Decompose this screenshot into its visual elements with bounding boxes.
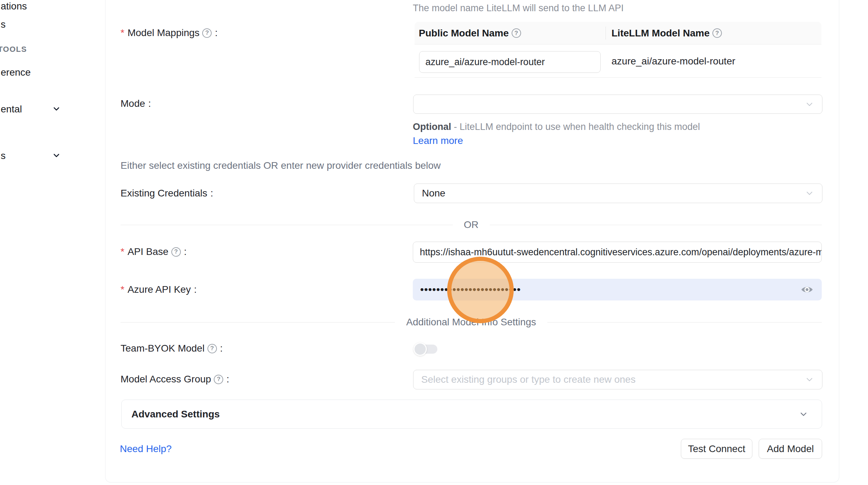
public-model-name-input[interactable]: azure_ai/azure-model-router — [419, 51, 601, 73]
learn-more-link[interactable]: Learn more — [413, 135, 463, 146]
existing-credentials-label: Existing Credentials : — [121, 186, 213, 200]
add-model-button[interactable]: Add Model — [759, 439, 822, 459]
chevron-down-icon — [799, 409, 808, 419]
model-mappings-table: Public Model Name ? LiteLLM Model Name ?… — [415, 22, 821, 78]
divider-text: OR — [464, 219, 479, 230]
model-name-helper-text: The model name LiteLLM will send to the … — [413, 3, 624, 14]
mode-select[interactable] — [413, 95, 822, 114]
sidebar-section-label: TOOLS — [0, 45, 27, 54]
model-access-group-label: Model Access Group ? : — [121, 372, 229, 386]
divider-line — [490, 225, 822, 225]
sidebar-item-users[interactable]: s — [1, 18, 6, 31]
required-asterisk: * — [121, 284, 124, 295]
azure-api-key-input[interactable]: ••••••••••••••••••••••••• — [413, 279, 822, 300]
sidebar-item-settings[interactable]: s — [1, 150, 6, 162]
required-asterisk: * — [121, 27, 124, 39]
colon: : — [210, 188, 213, 199]
required-asterisk: * — [121, 246, 124, 257]
help-question-icon[interactable]: ? — [712, 28, 722, 38]
colon: : — [148, 98, 151, 109]
column-header-label: Public Model Name — [419, 28, 509, 39]
helper-rest: - LiteLLM endpoint to use when health ch… — [454, 122, 700, 132]
chevron-down-icon — [805, 375, 814, 384]
divider-line — [547, 322, 822, 323]
team-byok-toggle[interactable] — [414, 345, 437, 354]
colon: : — [215, 27, 218, 39]
advanced-settings-label: Advanced Settings — [131, 409, 220, 420]
eye-icon[interactable] — [801, 285, 813, 295]
column-header-label: LiteLLM Model Name — [611, 28, 710, 39]
sidebar-item-label: s — [1, 19, 6, 30]
sidebar-item-label: ations — [1, 1, 27, 12]
chevron-down-icon[interactable] — [52, 104, 61, 113]
help-question-icon[interactable]: ? — [202, 28, 212, 38]
label-text: Team-BYOK Model — [121, 343, 205, 354]
column-header-public-model-name: Public Model Name ? — [419, 22, 521, 44]
chevron-down-icon — [805, 188, 814, 198]
colon: : — [220, 343, 223, 354]
existing-credentials-select[interactable]: None — [414, 183, 822, 203]
label-text: Existing Credentials — [121, 188, 207, 199]
colon: : — [226, 374, 229, 385]
column-header-litellm-model-name: LiteLLM Model Name ? — [611, 22, 722, 44]
divider-line — [121, 322, 395, 323]
toggle-knob — [414, 342, 427, 356]
label-text: Mode — [121, 98, 145, 109]
additional-settings-divider: Additional Model Info Settings — [121, 315, 822, 329]
link-word: more — [440, 135, 463, 146]
cell-value: azure_ai/azure-model-router — [611, 56, 735, 67]
api-base-label: * API Base ? : — [121, 245, 186, 259]
help-question-icon[interactable]: ? — [207, 344, 217, 353]
sidebar-section-tools: TOOLS — [0, 44, 27, 55]
azure-api-key-label: * Azure API Key : — [121, 283, 197, 297]
help-question-icon[interactable]: ? — [512, 28, 521, 38]
credentials-helper-text: Either select existing credentials OR en… — [121, 160, 441, 171]
input-value: https://ishaa-mh6uutut-swedencentral.cog… — [413, 247, 822, 258]
api-base-input[interactable]: https://ishaa-mh6uutut-swedencentral.cog… — [413, 242, 822, 263]
chevron-down-icon[interactable] — [52, 151, 61, 160]
divider-line — [121, 225, 453, 225]
sidebar-item-experimental[interactable]: ental — [1, 103, 22, 116]
sidebar-item-api-reference[interactable]: erence — [1, 66, 31, 79]
select-placeholder: Select existing groups or type to create… — [414, 374, 636, 385]
mode-helper-text: Optional - LiteLLM endpoint to use when … — [413, 120, 711, 148]
label-text: Model Access Group — [121, 374, 211, 385]
helper-bold: Optional — [413, 122, 451, 132]
sidebar-item-organizations[interactable]: ations — [1, 0, 27, 13]
label-text: Model Mappings — [128, 27, 199, 39]
label-text: API Base — [128, 246, 169, 257]
table-row: azure_ai/azure-model-router azure_ai/azu… — [415, 44, 821, 78]
team-byok-label: Team-BYOK Model ? : — [121, 341, 223, 355]
sidebar-item-label: erence — [1, 67, 31, 78]
column-separator — [606, 27, 606, 40]
help-question-icon[interactable]: ? — [214, 375, 223, 384]
model-access-group-select[interactable]: Select existing groups or type to create… — [413, 370, 822, 389]
colon: : — [184, 246, 187, 257]
test-connect-button[interactable]: Test Connect — [681, 439, 752, 459]
advanced-settings-panel[interactable]: Advanced Settings — [121, 400, 822, 429]
table-header: Public Model Name ? LiteLLM Model Name ? — [415, 22, 821, 44]
divider-text: Additional Model Info Settings — [406, 317, 536, 328]
litellm-model-name-cell: azure_ai/azure-model-router — [611, 44, 735, 78]
need-help-link[interactable]: Need Help? — [120, 443, 172, 455]
link-word: Learn — [413, 135, 438, 146]
colon: : — [194, 284, 197, 295]
help-question-icon[interactable]: ? — [171, 247, 181, 257]
chevron-down-icon — [805, 99, 814, 109]
or-divider: OR — [121, 218, 822, 232]
input-value: azure_ai/azure-model-router — [419, 57, 545, 68]
sidebar-item-label: s — [1, 150, 6, 161]
select-value: None — [414, 188, 445, 199]
sidebar-item-label: ental — [1, 104, 22, 115]
model-mappings-label: * Model Mappings ? : — [121, 26, 218, 40]
mode-label: Mode : — [121, 97, 151, 111]
label-text: Azure API Key — [128, 284, 191, 295]
masked-password-value: ••••••••••••••••••••••••• — [420, 279, 521, 300]
